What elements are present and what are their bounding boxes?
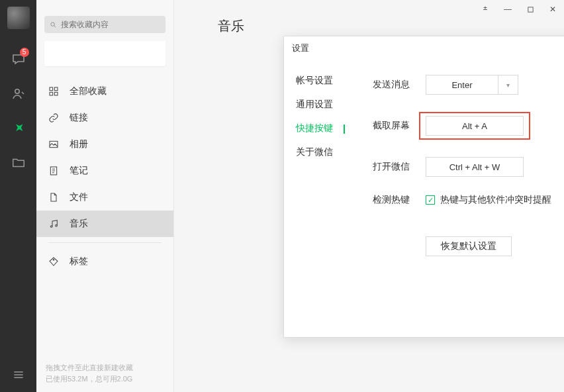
fav-item-notes[interactable]: 笔记 [36, 158, 173, 184]
conflict-checkbox[interactable]: ✓ [426, 195, 435, 205]
favorites-icon[interactable] [5, 115, 32, 142]
grid-icon [48, 86, 60, 97]
fav-label: 笔记 [70, 165, 88, 177]
screenshot-input[interactable]: Alt + A [426, 116, 524, 136]
svg-rect-5 [54, 92, 58, 95]
svg-rect-2 [50, 87, 53, 91]
svg-point-1 [51, 22, 55, 26]
fav-label: 全部收藏 [70, 85, 107, 97]
fav-item-all[interactable]: 全部收藏 [36, 78, 173, 105]
svg-point-9 [56, 224, 58, 226]
maximize-button[interactable] [519, 0, 541, 19]
files-icon[interactable] [5, 150, 32, 176]
screenshot-label: 截取屏幕 [373, 120, 426, 132]
svg-rect-11 [528, 7, 532, 11]
fav-label: 相册 [70, 138, 88, 150]
music-icon [48, 219, 60, 229]
window-controls: — ✕ [474, 0, 564, 19]
nav-shortcuts[interactable]: 快捷按键 [296, 122, 354, 134]
chevron-down-icon[interactable]: ▾ [498, 75, 518, 95]
nav-account[interactable]: 帐号设置 [296, 75, 354, 87]
screenshot-highlight: Alt + A [419, 112, 530, 140]
pin-icon[interactable] [474, 0, 496, 19]
image-icon [48, 139, 60, 150]
svg-point-8 [50, 226, 52, 228]
svg-rect-4 [50, 92, 53, 95]
link-icon [48, 113, 60, 123]
settings-nav: 帐号设置 通用设置 快捷按键 关于微信 [284, 60, 354, 337]
nav-general[interactable]: 通用设置 [296, 99, 354, 111]
nav-about[interactable]: 关于微信 [296, 146, 354, 158]
chat-icon[interactable]: 5 [5, 46, 32, 73]
fav-item-links[interactable]: 链接 [36, 105, 173, 131]
note-icon [48, 166, 60, 176]
storage-footer: 拖拽文件至此直接新建收藏 已使用53.2M，总可用2.0G [36, 356, 173, 392]
fav-item-albums[interactable]: 相册 [36, 131, 173, 158]
file-icon [48, 192, 60, 203]
fav-item-tags[interactable]: 标签 [36, 248, 173, 275]
settings-content: 发送消息 Enter ▾ 截取屏幕 Alt + A 打开微信 [354, 60, 564, 337]
recent-card[interactable] [44, 41, 165, 66]
search-field[interactable] [61, 20, 160, 29]
menu-icon[interactable] [5, 362, 32, 388]
contacts-icon[interactable] [5, 81, 32, 107]
left-rail: 5 [0, 0, 36, 392]
detect-label: 检测热键 [373, 194, 426, 206]
search-input[interactable] [44, 16, 165, 33]
unread-badge: 5 [20, 48, 29, 57]
send-label: 发送消息 [373, 79, 426, 91]
svg-rect-3 [54, 87, 58, 91]
fav-label: 链接 [70, 112, 88, 124]
main-area: — ✕ 音乐 设置 — ✕ 帐号设置 通用设置 快捷按键 关于微信 [174, 0, 564, 392]
fav-item-files[interactable]: 文件 [36, 184, 173, 211]
avatar[interactable] [7, 7, 30, 29]
open-input[interactable]: Ctrl + Alt + W [426, 157, 524, 177]
minimize-button[interactable]: — [496, 0, 519, 19]
svg-point-10 [53, 260, 54, 261]
send-combo[interactable]: Enter ▾ [426, 75, 518, 95]
fav-label: 标签 [70, 256, 88, 268]
send-value: Enter [426, 75, 498, 95]
fav-label: 音乐 [70, 218, 88, 230]
conflict-text: 热键与其他软件冲突时提醒 [440, 194, 551, 206]
settings-dialog: 设置 — ✕ 帐号设置 通用设置 快捷按键 关于微信 发送消息 [283, 36, 564, 338]
fav-label: 文件 [70, 191, 88, 203]
dialog-title: 设置 [292, 42, 309, 54]
favorites-panel: 全部收藏 链接 相册 笔记 文件 音乐 [36, 0, 174, 392]
close-button[interactable]: ✕ [541, 0, 564, 19]
open-label: 打开微信 [373, 161, 426, 173]
restore-defaults-button[interactable]: 恢复默认设置 [426, 236, 512, 256]
tag-icon [48, 256, 60, 267]
svg-point-0 [15, 89, 19, 93]
fav-item-music[interactable]: 音乐 [36, 211, 173, 237]
